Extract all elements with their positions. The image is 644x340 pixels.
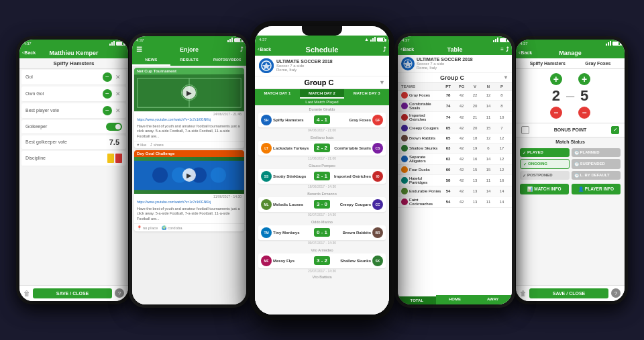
p5-checkbox-right[interactable]: ✓ [611, 126, 619, 134]
list-icon-4[interactable]: ≡ [500, 46, 504, 53]
p4-row-7[interactable]: Separate Alligators 62 42 16 14 12 [398, 154, 512, 165]
competition-logo-svg-4 [402, 58, 414, 70]
p5-minus-right[interactable]: − [578, 107, 590, 119]
p3-match-row-3[interactable]: SS Snotty Stinkbugs 2 - 1 Imported Ostri… [258, 169, 386, 184]
back-button-1[interactable]: ‹ Back [22, 50, 36, 55]
p5-right-controls: + 5 − [578, 73, 590, 119]
share-icon-2[interactable]: ⤴ [240, 46, 244, 53]
trash-icon-5[interactable]: 🗑 [520, 290, 527, 297]
signal-icon-4 [493, 38, 498, 42]
header-icons-right-4: ≡ ⤴ [500, 46, 509, 53]
back-button-4[interactable]: ‹ Back [400, 47, 414, 52]
p3-home-logo-1: SH [261, 115, 272, 125]
chevron-down-3[interactable]: ▼ [379, 79, 385, 86]
p2-play-btn-1[interactable]: ▶ [182, 86, 196, 99]
p4-tab-away[interactable]: AWAY [474, 295, 512, 304]
p2-play-btn-2[interactable]: ▶ [182, 168, 196, 182]
clock-icon-planned: 🕐 [574, 150, 579, 155]
share-action-1[interactable]: ⤴ share [150, 143, 164, 147]
p3-match-row-4[interactable]: ML Melodic Louses 3 - 0 Creepy Cougars C… [258, 197, 386, 212]
p1-minus-own-gol[interactable]: − [103, 89, 112, 99]
p4-tab-total[interactable]: TOTAL [398, 295, 436, 304]
p4-tab-home[interactable]: HOME [436, 295, 474, 304]
chevron-down-4[interactable]: ▼ [503, 74, 508, 80]
p1-x-gol[interactable]: ✕ [114, 73, 122, 81]
p3-home-team-2: Lackadais Turkeys [273, 146, 313, 150]
trash-icon-1[interactable]: 🗑 [23, 290, 30, 297]
p1-row-discipline: Discipline [21, 151, 126, 166]
p3-match-row-2[interactable]: LT Lackadais Turkeys 2 - 2 Comfortable S… [258, 141, 386, 156]
p1-toggle-goalkeeper[interactable] [106, 123, 122, 131]
battery-icon-2 [234, 38, 242, 42]
p4-row-11[interactable]: Faint Cockroaches 54 42 13 11 14 [398, 196, 512, 208]
p4-row-2[interactable]: Comfortable Snails 74 42 20 14 8 [398, 101, 512, 112]
help-icon-5[interactable]: ? [611, 288, 621, 298]
menu-icon-2[interactable]: ☰ [136, 46, 142, 53]
p2-post-link-2[interactable]: https://www.youtube.com/watch?v=1c7z1t0G… [134, 199, 244, 205]
p5-plus-right[interactable]: + [578, 73, 590, 85]
p4-row-10[interactable]: Endurable Ponies 54 42 13 14 14 [398, 186, 512, 196]
p2-post-link-1[interactable]: https://www.youtube.com/watch?v=1c7z1t0G… [134, 117, 244, 123]
yellow-card[interactable] [107, 154, 114, 163]
back-button-5[interactable]: ‹ Back [519, 50, 532, 55]
red-card[interactable] [115, 154, 122, 163]
p5-status-played[interactable]: ✓ PLAYED [520, 148, 570, 157]
p5-player-info-btn[interactable]: 👤 PLAYER INFO [572, 184, 621, 194]
p3-away-team-6: Shallow Skunks [331, 259, 371, 263]
p4-row-8[interactable]: Four Ducks 60 42 15 15 12 [398, 165, 512, 175]
header-title-5: Manage [559, 50, 582, 56]
p5-action-btns: 📊 MATCH INFO 👤 PLAYER INFO [516, 182, 625, 196]
p4-row-6[interactable]: Shallow Skunks 63 42 19 6 17 [398, 144, 512, 154]
p3-match-row-1[interactable]: SH Spiffy Hamsters 4 - 1 Gray Foxes GF [258, 113, 386, 127]
p2-nav-news[interactable]: NEWS [132, 55, 170, 66]
signal-icon-2 [227, 38, 233, 42]
p4-competition-name: ULTIMATE SOCCER 2018 [417, 57, 473, 62]
time-1: 4:37 [23, 42, 32, 46]
p1-x-best-player[interactable]: ✕ [114, 107, 122, 115]
p3-match-row-5[interactable]: TM Tiny Monkeys 0 - 1 Brown Rabbits BR [258, 225, 386, 240]
share-icon-4[interactable]: ⤴ [506, 46, 509, 53]
p1-label-best-goalkeeper: Best golkeeper vote [25, 139, 107, 144]
p4-row-4[interactable]: Creepy Cougars 65 42 20 15 7 [398, 123, 512, 133]
p3-teams-4: Melodic Louses [273, 203, 313, 207]
save-close-btn-1[interactable]: SAVE / CLOSE [33, 288, 112, 298]
p3-tab-day1[interactable]: MATCH DAY 1 [255, 89, 300, 99]
p4-row-3[interactable]: Imported Ostriches 74 42 21 11 10 [398, 112, 512, 123]
p5-score-section: + 2 − – + 5 − [516, 69, 625, 123]
p5-status-ongoing[interactable]: ✓ ONGOING [520, 159, 570, 169]
p5-plus-left[interactable]: + [550, 73, 562, 85]
p1-x-own-gol[interactable]: ✕ [114, 90, 122, 98]
p2-post-1: Net Cup Tournament ▶ 24/06/2017 - 2 [134, 68, 244, 148]
p1-row-gol: Gol − ✕ [21, 70, 126, 85]
match-6-container: Vito Armedeo MF Messy Flys 3 - 2 Shallow… [255, 246, 389, 274]
p5-match-info-btn[interactable]: 📊 MATCH INFO [520, 184, 569, 194]
p1-minus-best-player[interactable]: − [103, 106, 112, 115]
no-place-icon: 📍 no place [137, 225, 158, 230]
p2-nav-photos[interactable]: PHOTOS/VIDEOS [208, 55, 246, 66]
p3-match-row-6[interactable]: MF Messy Flys 3 - 2 Shallow Skunks SK [258, 253, 386, 268]
app-header-2: ☰ Enjore ⤴ [132, 44, 246, 55]
p3-away-team-3: Imported Ostriches [331, 174, 371, 178]
match-2-container: Emiliano Isaia LT Lackadais Turkeys 2 - … [255, 133, 389, 162]
p5-minus-left[interactable]: − [550, 107, 562, 119]
save-close-btn-5[interactable]: SAVE / CLOSE [529, 288, 608, 298]
p5-status-suspended[interactable]: 🕐 SUSPENDED [572, 159, 621, 169]
p5-checkbox-left[interactable] [521, 126, 529, 134]
back-button-3[interactable]: ‹ Back [258, 47, 271, 52]
p3-tab-day3[interactable]: MATCH DAY 3 [344, 89, 389, 99]
p5-status-default[interactable]: 🕐 L. BY DEFAULT [572, 171, 621, 180]
like-icon-1[interactable]: ♥ like [137, 143, 146, 147]
p1-minus-gol[interactable]: − [103, 72, 112, 82]
p3-ref-6: Vito Armedeo [257, 247, 387, 253]
p2-nav-results[interactable]: RESULTS [170, 55, 209, 66]
p3-teams-2: Lackadais Turkeys [273, 146, 313, 150]
p5-status-postponed[interactable]: ✓ POSTPONED [520, 171, 570, 180]
p4-row-5[interactable]: Brown Rabbits 65 42 18 12 12 [398, 133, 512, 144]
p4-row-9[interactable]: Hateful Partridges 58 42 13 11 16 [398, 175, 512, 186]
p3-away-team-5: Brown Rabbits [331, 231, 371, 235]
help-icon-1[interactable]: ? [115, 288, 124, 298]
p5-status-planned[interactable]: 🕐 PLANNED [572, 148, 621, 157]
p3-tab-day2[interactable]: MATCH DAY 2 [300, 89, 345, 99]
p4-row-1[interactable]: Gray Foxes 78 42 22 12 8 [398, 91, 512, 101]
share-icon-3[interactable]: ⤴ [383, 46, 386, 53]
